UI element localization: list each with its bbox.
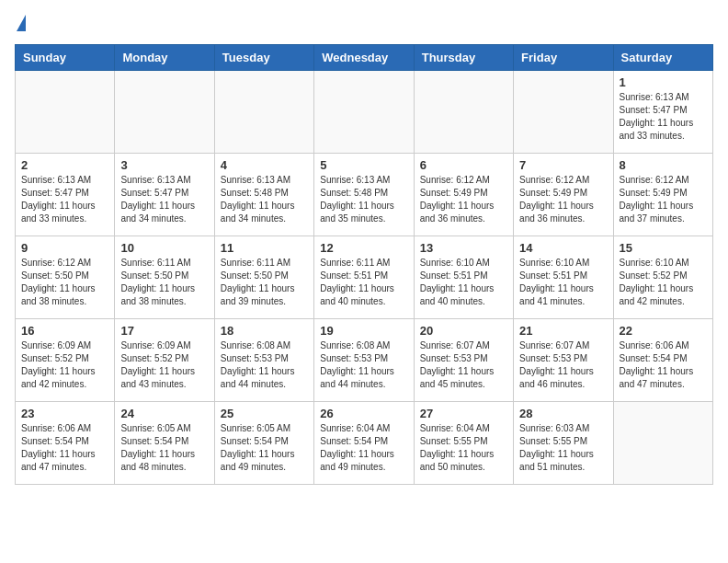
day-info: Sunrise: 6:10 AM Sunset: 5:51 PM Dayligh… [519, 257, 607, 308]
day-number: 24 [120, 407, 208, 420]
day-info: Sunrise: 6:06 AM Sunset: 5:54 PM Dayligh… [620, 339, 707, 391]
day-number: 27 [420, 407, 507, 420]
calendar-cell: 21Sunrise: 6:07 AM Sunset: 5:53 PM Dayli… [514, 319, 613, 402]
day-number: 14 [519, 241, 607, 255]
calendar-cell: 6Sunrise: 6:12 AM Sunset: 5:49 PM Daylig… [414, 154, 513, 236]
calendar-cell [16, 71, 115, 154]
calendar-cell: 26Sunrise: 6:04 AM Sunset: 5:54 PM Dayli… [314, 402, 414, 485]
day-info: Sunrise: 6:12 AM Sunset: 5:49 PM Dayligh… [519, 174, 607, 225]
weekday-header: Thursday [414, 45, 513, 71]
day-info: Sunrise: 6:05 AM Sunset: 5:54 PM Dayligh… [120, 422, 208, 474]
calendar-cell: 22Sunrise: 6:06 AM Sunset: 5:54 PM Dayli… [613, 319, 712, 402]
calendar-cell: 14Sunrise: 6:10 AM Sunset: 5:51 PM Dayli… [514, 236, 613, 319]
calendar-cell [115, 71, 214, 154]
calendar-cell: 28Sunrise: 6:03 AM Sunset: 5:55 PM Dayli… [514, 402, 613, 485]
calendar-cell: 27Sunrise: 6:04 AM Sunset: 5:55 PM Dayli… [414, 402, 513, 485]
day-info: Sunrise: 6:11 AM Sunset: 5:50 PM Dayligh… [221, 257, 308, 308]
calendar-cell: 12Sunrise: 6:11 AM Sunset: 5:51 PM Dayli… [314, 236, 414, 319]
calendar-cell: 25Sunrise: 6:05 AM Sunset: 5:54 PM Dayli… [214, 402, 313, 485]
calendar-cell [414, 71, 513, 154]
day-info: Sunrise: 6:04 AM Sunset: 5:54 PM Dayligh… [320, 422, 407, 474]
day-info: Sunrise: 6:11 AM Sunset: 5:51 PM Dayligh… [320, 257, 407, 308]
day-number: 21 [519, 324, 607, 338]
day-number: 5 [320, 158, 407, 172]
calendar-cell: 1Sunrise: 6:13 AM Sunset: 5:47 PM Daylig… [613, 71, 712, 154]
calendar-cell: 24Sunrise: 6:05 AM Sunset: 5:54 PM Dayli… [115, 402, 214, 485]
calendar-cell [214, 71, 313, 154]
weekday-header: Wednesday [314, 45, 414, 71]
calendar-cell: 3Sunrise: 6:13 AM Sunset: 5:47 PM Daylig… [115, 154, 214, 236]
calendar-week-row: 1Sunrise: 6:13 AM Sunset: 5:47 PM Daylig… [16, 71, 713, 154]
day-number: 20 [420, 324, 507, 338]
calendar-cell [314, 71, 414, 154]
calendar-cell: 13Sunrise: 6:10 AM Sunset: 5:51 PM Dayli… [414, 236, 513, 319]
calendar-cell: 5Sunrise: 6:13 AM Sunset: 5:48 PM Daylig… [314, 154, 414, 236]
logo-triangle-icon [17, 15, 26, 31]
day-info: Sunrise: 6:08 AM Sunset: 5:53 PM Dayligh… [221, 339, 308, 391]
calendar-cell: 10Sunrise: 6:11 AM Sunset: 5:50 PM Dayli… [115, 236, 214, 319]
day-info: Sunrise: 6:09 AM Sunset: 5:52 PM Dayligh… [120, 339, 208, 391]
logo [15, 15, 26, 33]
day-info: Sunrise: 6:12 AM Sunset: 5:49 PM Dayligh… [620, 174, 707, 225]
day-number: 28 [519, 407, 607, 420]
calendar-cell: 4Sunrise: 6:13 AM Sunset: 5:48 PM Daylig… [214, 154, 313, 236]
day-info: Sunrise: 6:03 AM Sunset: 5:55 PM Dayligh… [519, 422, 607, 474]
day-info: Sunrise: 6:13 AM Sunset: 5:47 PM Dayligh… [120, 174, 208, 225]
day-number: 10 [120, 241, 208, 255]
calendar-cell: 20Sunrise: 6:07 AM Sunset: 5:53 PM Dayli… [414, 319, 513, 402]
day-number: 12 [320, 241, 407, 255]
day-number: 25 [221, 407, 308, 420]
day-info: Sunrise: 6:10 AM Sunset: 5:52 PM Dayligh… [620, 257, 707, 308]
day-info: Sunrise: 6:10 AM Sunset: 5:51 PM Dayligh… [420, 257, 507, 308]
day-number: 3 [120, 158, 208, 172]
calendar-table: SundayMondayTuesdayWednesdayThursdayFrid… [15, 44, 713, 485]
day-info: Sunrise: 6:07 AM Sunset: 5:53 PM Dayligh… [420, 339, 507, 391]
day-number: 7 [519, 158, 607, 172]
day-info: Sunrise: 6:04 AM Sunset: 5:55 PM Dayligh… [420, 422, 507, 474]
calendar-cell: 7Sunrise: 6:12 AM Sunset: 5:49 PM Daylig… [514, 154, 613, 236]
calendar-cell [514, 71, 613, 154]
day-number: 22 [620, 324, 707, 338]
day-number: 9 [21, 241, 108, 255]
day-number: 13 [420, 241, 507, 255]
day-number: 11 [221, 241, 308, 255]
day-number: 8 [620, 158, 707, 172]
day-info: Sunrise: 6:06 AM Sunset: 5:54 PM Dayligh… [21, 422, 108, 474]
day-info: Sunrise: 6:07 AM Sunset: 5:53 PM Dayligh… [519, 339, 607, 391]
day-info: Sunrise: 6:11 AM Sunset: 5:50 PM Dayligh… [120, 257, 208, 308]
calendar-cell: 17Sunrise: 6:09 AM Sunset: 5:52 PM Dayli… [115, 319, 214, 402]
calendar-cell: 23Sunrise: 6:06 AM Sunset: 5:54 PM Dayli… [16, 402, 115, 485]
day-number: 17 [120, 324, 208, 338]
calendar-cell: 19Sunrise: 6:08 AM Sunset: 5:53 PM Dayli… [314, 319, 414, 402]
day-number: 19 [320, 324, 407, 338]
day-info: Sunrise: 6:08 AM Sunset: 5:53 PM Dayligh… [320, 339, 407, 391]
calendar-cell: 16Sunrise: 6:09 AM Sunset: 5:52 PM Dayli… [16, 319, 115, 402]
calendar-cell: 8Sunrise: 6:12 AM Sunset: 5:49 PM Daylig… [613, 154, 712, 236]
day-info: Sunrise: 6:12 AM Sunset: 5:49 PM Dayligh… [420, 174, 507, 225]
day-info: Sunrise: 6:13 AM Sunset: 5:47 PM Dayligh… [620, 91, 707, 143]
calendar-header-row: SundayMondayTuesdayWednesdayThursdayFrid… [16, 45, 713, 71]
calendar-cell [613, 402, 712, 485]
day-number: 23 [21, 407, 108, 420]
day-number: 26 [320, 407, 407, 420]
day-info: Sunrise: 6:09 AM Sunset: 5:52 PM Dayligh… [21, 339, 108, 391]
weekday-header: Tuesday [214, 45, 313, 71]
day-number: 1 [620, 75, 707, 89]
day-info: Sunrise: 6:12 AM Sunset: 5:50 PM Dayligh… [21, 257, 108, 308]
calendar-week-row: 2Sunrise: 6:13 AM Sunset: 5:47 PM Daylig… [16, 154, 713, 236]
calendar-week-row: 23Sunrise: 6:06 AM Sunset: 5:54 PM Dayli… [16, 402, 713, 485]
day-number: 2 [21, 158, 108, 172]
day-number: 15 [620, 241, 707, 255]
calendar-week-row: 16Sunrise: 6:09 AM Sunset: 5:52 PM Dayli… [16, 319, 713, 402]
calendar-cell: 15Sunrise: 6:10 AM Sunset: 5:52 PM Dayli… [613, 236, 712, 319]
day-info: Sunrise: 6:13 AM Sunset: 5:47 PM Dayligh… [21, 174, 108, 225]
calendar-cell: 11Sunrise: 6:11 AM Sunset: 5:50 PM Dayli… [214, 236, 313, 319]
calendar-cell: 9Sunrise: 6:12 AM Sunset: 5:50 PM Daylig… [16, 236, 115, 319]
weekday-header: Friday [514, 45, 613, 71]
day-info: Sunrise: 6:13 AM Sunset: 5:48 PM Dayligh… [320, 174, 407, 225]
day-info: Sunrise: 6:13 AM Sunset: 5:48 PM Dayligh… [221, 174, 308, 225]
weekday-header: Sunday [16, 45, 115, 71]
page-header [15, 15, 713, 33]
weekday-header: Saturday [613, 45, 712, 71]
day-number: 18 [221, 324, 308, 338]
